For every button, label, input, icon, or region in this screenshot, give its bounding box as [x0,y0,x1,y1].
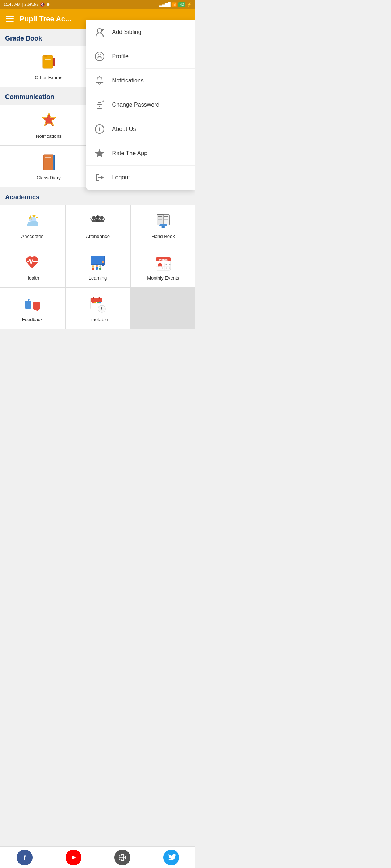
svg-rect-99 [97,302,99,303]
timetable-item[interactable]: Timetable [66,288,130,329]
svg-marker-12 [95,149,104,157]
class-diary-label: Class Diary [37,175,60,180]
svg-rect-34 [54,155,55,170]
logout-icon [93,171,106,184]
monthly-events-icon: Month 1 [154,253,173,272]
svg-rect-65 [91,256,104,264]
svg-rect-61 [164,219,168,220]
svg-rect-97 [92,302,94,303]
speed: | [22,2,23,7]
svg-text:i: i [99,126,100,132]
svg-rect-33 [53,155,54,170]
app-title: Pupil Tree Ac... [20,15,71,23]
anecdotes-label: Anecdotes [21,234,43,239]
feedback-item[interactable]: Feedback [0,288,65,329]
academics-grid: Anecdotes [0,205,196,329]
signal-bars-icon: ▂▄▆█ [159,2,171,7]
section-academics: Academics Anecdotes [0,188,196,329]
other-exams-icon [39,52,59,72]
hand-book-item[interactable]: Hand Book [131,205,196,246]
svg-rect-100 [99,302,101,303]
wifi-icon: 📶 [172,2,177,7]
monthly-events-item[interactable]: Month 1 [131,246,196,287]
svg-point-105 [101,309,102,310]
battery-icon: 40 [178,2,185,7]
notifications-label: Notifications [112,77,144,84]
svg-rect-63 [161,226,165,228]
monthly-events-label: Monthly Events [147,275,179,281]
anecdotes-item[interactable]: Anecdotes [0,205,65,246]
rate-the-app-label: Rate The App [112,150,148,157]
sim-icon: ⊖ [46,2,50,7]
svg-point-51 [100,216,104,220]
svg-rect-36 [45,159,51,159]
add-person-icon [93,26,106,38]
notifications-item[interactable]: Notifications [0,105,97,145]
svg-rect-18 [45,63,51,63]
info-icon: i [93,123,106,135]
logout-label: Logout [112,174,130,181]
profile-icon [93,50,106,63]
svg-rect-56 [158,216,162,217]
status-right: ▂▄▆█ 📶 40 ⚡ [159,2,192,7]
feedback-icon [22,294,42,314]
status-bar: 11:46 AM | 2.5KB/s 🔇 ⊖ ▂▄▆█ 📶 40 ⚡ [0,0,196,9]
svg-rect-37 [45,161,50,161]
svg-rect-57 [158,218,162,218]
health-label: Health [26,275,39,281]
hand-book-icon [154,211,173,231]
dropdown-notifications[interactable]: Notifications [86,69,196,93]
dropdown-change-password[interactable]: Change Password [86,93,196,117]
attendance-item[interactable]: Attendance [66,205,130,246]
change-password-label: Change Password [112,102,160,108]
dropdown-rate-the-app[interactable]: Rate The App [86,141,196,166]
notifications-icon [39,111,59,131]
svg-rect-62 [159,224,167,226]
add-sibling-label: Add Sibling [112,29,142,35]
svg-rect-35 [45,157,51,158]
svg-point-0 [97,29,102,33]
timetable-icon [88,294,108,314]
learning-item[interactable]: Learning [66,246,130,287]
hand-book-label: Hand Book [152,234,175,239]
class-diary-item[interactable]: Class Diary [0,146,97,187]
status-left: 11:46 AM | 2.5KB/s 🔇 ⊖ [4,2,50,7]
attendance-icon [88,211,108,231]
svg-rect-88 [25,301,31,309]
svg-rect-17 [45,61,51,61]
svg-point-48 [96,215,100,219]
learning-label: Learning [89,275,107,281]
dropdown-add-sibling[interactable]: Add Sibling [86,20,196,44]
svg-rect-58 [158,219,162,220]
svg-point-7 [99,106,100,107]
time: 11:46 AM [4,2,20,7]
academics-title: Academics [0,188,196,205]
svg-rect-89 [33,302,40,310]
dropdown-about-us[interactable]: i About Us [86,117,196,141]
dropdown-logout[interactable]: Logout [86,166,196,190]
health-item[interactable]: Health [0,246,65,287]
network-speed: 2.5KB/s [24,2,38,7]
svg-point-4 [98,54,101,57]
svg-rect-59 [164,216,168,217]
svg-point-66 [102,261,104,263]
svg-point-83 [165,264,167,265]
svg-rect-60 [164,218,168,218]
lock-icon [93,99,106,111]
dropdown-profile[interactable]: Profile [86,44,196,69]
class-diary-icon [39,153,59,172]
anecdotes-icon [22,211,42,231]
hamburger-menu[interactable] [6,16,14,22]
svg-rect-16 [45,59,51,60]
other-exams-item[interactable]: Other Exams [0,46,97,87]
timetable-label: Timetable [88,317,108,322]
svg-rect-73 [99,268,101,270]
svg-rect-71 [96,267,98,270]
svg-point-84 [169,264,170,265]
about-us-label: About Us [112,126,136,132]
svg-rect-14 [43,55,53,68]
svg-rect-19 [53,58,55,66]
star-icon [93,147,106,159]
svg-text:Month: Month [159,258,168,261]
svg-line-53 [104,218,105,221]
